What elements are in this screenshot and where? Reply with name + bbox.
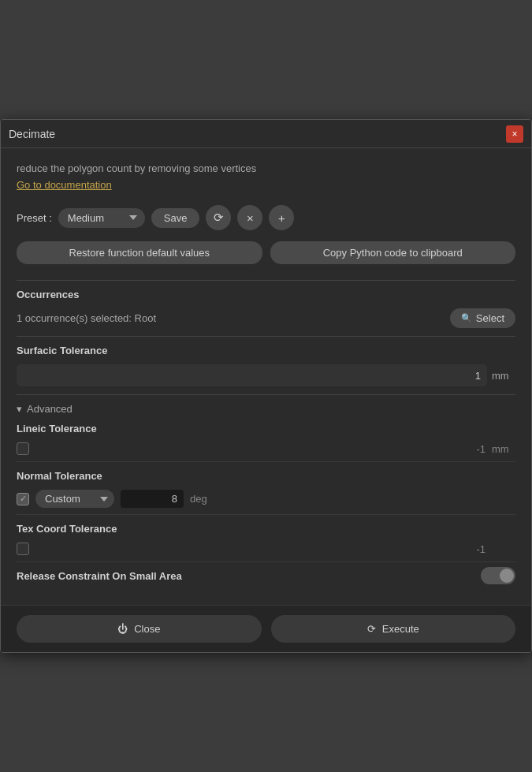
- select-label: Select: [476, 312, 504, 324]
- tex-coord-tolerance-title: Tex Coord Tolerance: [17, 523, 515, 535]
- normal-tolerance-value: 8: [172, 493, 177, 505]
- decimate-window: Decimate × reduce the polygon count by r…: [0, 119, 532, 653]
- execute-refresh-icon: ⟳: [367, 623, 376, 635]
- normal-tolerance-row: ✓ Custom Low Medium High 8 deg: [17, 490, 515, 508]
- normal-tolerance-title: Normal Tolerance: [17, 470, 515, 482]
- tex-coord-tolerance-checkbox[interactable]: [17, 543, 29, 555]
- window-close-button[interactable]: ×: [506, 125, 523, 143]
- divider-4: [17, 461, 515, 462]
- lineic-tolerance-value: -1: [476, 443, 485, 455]
- preset-label: Preset :: [17, 212, 52, 224]
- normal-tolerance-value-box: 8: [121, 490, 184, 508]
- tex-coord-tolerance-value: -1: [476, 543, 485, 555]
- advanced-toggle[interactable]: ▾ Advanced: [17, 403, 515, 415]
- tex-coord-tolerance-row: -1: [17, 543, 515, 555]
- divider-6: [17, 561, 515, 562]
- close-label: Close: [134, 623, 160, 635]
- normal-tolerance-unit: deg: [190, 493, 214, 505]
- surfacic-tolerance-slider[interactable]: 1: [17, 364, 487, 386]
- copy-python-button[interactable]: Copy Python code to clipboard: [270, 241, 516, 264]
- clear-button[interactable]: ×: [237, 205, 262, 230]
- description-text: reduce the polygon count by removing som…: [17, 162, 515, 174]
- release-constraint-label: Release Constraint On Small Area: [17, 570, 182, 582]
- divider-3: [17, 394, 515, 395]
- surfacic-tolerance-row: 1 mm: [17, 364, 515, 386]
- normal-tolerance-checkbox[interactable]: ✓: [17, 493, 29, 505]
- surfacic-tolerance-unit: mm: [492, 370, 515, 382]
- release-constraint-toggle[interactable]: [481, 567, 515, 584]
- add-button[interactable]: +: [269, 205, 294, 230]
- normal-tolerance-dropdown[interactable]: Custom Low Medium High: [35, 490, 114, 508]
- refresh-button[interactable]: ⟳: [206, 205, 231, 230]
- lineic-tolerance-unit: mm: [492, 443, 515, 455]
- toggle-knob: [500, 569, 514, 583]
- execute-button[interactable]: ⟳ Execute: [271, 615, 516, 643]
- save-button[interactable]: Save: [151, 208, 200, 228]
- divider-2: [17, 336, 515, 337]
- preset-row: Preset : Low Medium High Custom Save ⟳ ×…: [17, 205, 515, 230]
- divider-1: [17, 280, 515, 281]
- execute-label: Execute: [382, 623, 419, 635]
- preset-dropdown[interactable]: Low Medium High Custom: [58, 208, 145, 228]
- power-icon: ⏻: [117, 623, 128, 635]
- release-constraint-row: Release Constraint On Small Area: [17, 567, 515, 584]
- lineic-tolerance-title: Lineic Tolerance: [17, 423, 515, 434]
- chevron-down-icon: ▾: [17, 403, 22, 415]
- checkmark-icon: ✓: [20, 494, 27, 504]
- title-bar: Decimate ×: [1, 120, 531, 148]
- footer: ⏻ Close ⟳ Execute: [1, 605, 531, 652]
- documentation-link[interactable]: Go to documentation: [17, 179, 112, 191]
- advanced-label: Advanced: [27, 403, 73, 415]
- restore-defaults-button[interactable]: Restore function default values: [17, 241, 262, 264]
- window-title: Decimate: [9, 128, 55, 140]
- surfacic-tolerance-value: 1: [475, 370, 481, 382]
- lineic-tolerance-checkbox[interactable]: [17, 442, 29, 455]
- main-content: reduce the polygon count by removing som…: [1, 148, 531, 605]
- occurrences-text: 1 occurrence(s) selected: Root: [17, 312, 156, 324]
- select-button[interactable]: 🔍 Select: [450, 308, 515, 328]
- search-icon: 🔍: [461, 313, 472, 323]
- surfacic-tolerance-title: Surfacic Tolerance: [17, 345, 515, 356]
- occurrences-row: 1 occurrence(s) selected: Root 🔍 Select: [17, 308, 515, 328]
- lineic-tolerance-row: -1 mm: [17, 442, 515, 455]
- occurrences-section-title: Occurrences: [17, 289, 515, 300]
- divider-5: [17, 514, 515, 515]
- surfacic-tolerance-fill: [17, 364, 487, 386]
- close-button[interactable]: ⏻ Close: [17, 615, 262, 643]
- action-row: Restore function default values Copy Pyt…: [17, 241, 515, 264]
